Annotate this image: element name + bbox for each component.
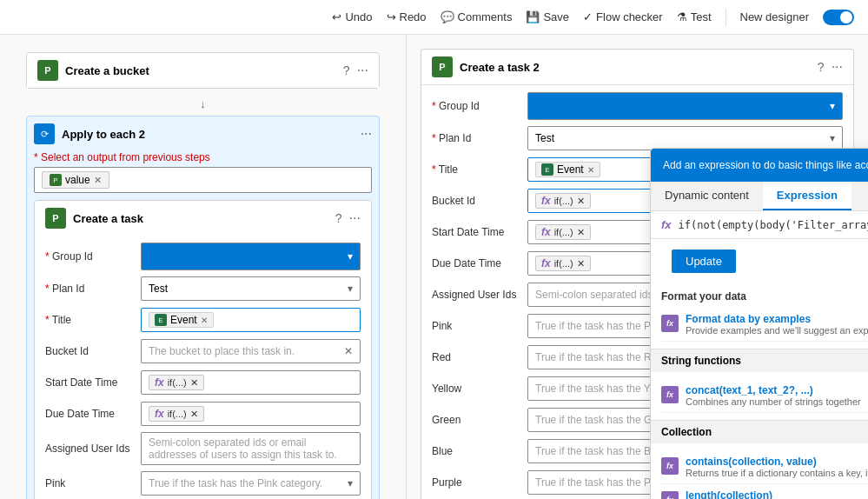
assigned-row: Assigned User Ids Semi-colon separated i… bbox=[45, 432, 361, 465]
tab-dynamic-content[interactable]: Dynamic content bbox=[651, 182, 763, 210]
concat-item: fx concat(text_1, text_2?, ...) Combines… bbox=[661, 379, 868, 413]
connector-arrow: ↓ bbox=[26, 92, 380, 116]
bucket-menu-icon[interactable]: ··· bbox=[357, 63, 368, 78]
pink-label: Pink bbox=[45, 477, 141, 489]
r-group-id-row: Group Id ▾ bbox=[432, 92, 843, 120]
format-title: Format your data bbox=[661, 290, 868, 303]
task-help-icon[interactable]: ? bbox=[335, 211, 342, 225]
r-red-label: Red bbox=[432, 351, 527, 363]
concat-name[interactable]: concat(text_1, text_2?, ...) bbox=[686, 384, 868, 396]
remove-start-date[interactable]: ✕ bbox=[190, 377, 198, 389]
group-id-label: Group Id bbox=[45, 250, 141, 263]
string-section-header: String functions See more bbox=[651, 349, 868, 372]
r-remove-due-date[interactable]: ✕ bbox=[577, 258, 585, 269]
concat-desc: Combines any number of strings together bbox=[686, 396, 868, 407]
remove-value-tag[interactable]: ✕ bbox=[94, 175, 102, 186]
bucket-help-icon[interactable]: ? bbox=[343, 63, 350, 77]
r-plan-id-arrow: ▾ bbox=[830, 132, 835, 144]
undo-button[interactable]: ↩ Undo bbox=[332, 10, 372, 23]
format-examples-name[interactable]: Format data by examples bbox=[686, 313, 868, 325]
start-date-fx-tag: fx if(...) ✕ bbox=[149, 375, 204, 390]
task2-planner-icon: P bbox=[432, 57, 453, 77]
r-assigned-label: Assigned User Ids bbox=[432, 289, 527, 301]
update-button[interactable]: Update bbox=[672, 250, 736, 273]
r-title-tag: E Event ✕ bbox=[535, 162, 600, 177]
pink-row: Pink True if the task has the Pink categ… bbox=[45, 470, 361, 496]
title-field[interactable]: E Event ✕ bbox=[141, 308, 361, 332]
apply-to-each-container: ⟳ Apply to each 2 ··· * Select an output… bbox=[26, 116, 380, 499]
task-body: Group Id ▾ Plan Id Test ▾ bbox=[35, 236, 371, 499]
assigned-field[interactable]: Semi-colon separated ids or email addres… bbox=[141, 432, 361, 465]
format-examples-item: fx Format data by examples Provide examp… bbox=[661, 308, 868, 342]
r-blue-label: Blue bbox=[432, 445, 527, 457]
title-row: Title E Event ✕ bbox=[45, 307, 361, 333]
test-button[interactable]: ⚗ Test bbox=[677, 10, 712, 23]
due-date-field[interactable]: fx if(...) ✕ bbox=[141, 402, 361, 426]
remove-title-tag[interactable]: ✕ bbox=[201, 316, 208, 325]
contains-desc: Returns true if a dictionary contains a … bbox=[686, 468, 868, 478]
string-functions-section: fx concat(text_1, text_2?, ...) Combines… bbox=[651, 372, 868, 420]
r-remove-start-date[interactable]: ✕ bbox=[577, 227, 585, 238]
planner-icon: P bbox=[37, 60, 58, 81]
r-plan-id-label: Plan Id bbox=[432, 132, 527, 144]
flow-checker-button[interactable]: ✓ Flow checker bbox=[583, 10, 663, 23]
r-remove-title-tag[interactable]: ✕ bbox=[587, 165, 594, 175]
apply-header: ⟳ Apply to each 2 ··· bbox=[34, 123, 372, 144]
plan-id-row: Plan Id Test ▾ bbox=[45, 276, 361, 302]
bucket-id-row: Bucket Id The bucket to place this task … bbox=[45, 338, 361, 364]
r-start-date-label: Start Date Time bbox=[432, 226, 527, 238]
task2-menu-icon[interactable]: ··· bbox=[832, 59, 843, 75]
plan-id-dropdown[interactable]: Test ▾ bbox=[141, 276, 361, 301]
contains-name[interactable]: contains(collection, value) bbox=[686, 456, 868, 468]
bucket-id-field[interactable]: The bucket to place this task in. ✕ bbox=[141, 339, 361, 363]
bucket-clear-icon[interactable]: ✕ bbox=[344, 345, 353, 357]
task2-help-icon[interactable]: ? bbox=[818, 60, 825, 74]
r-plan-id-dropdown[interactable]: Test ▾ bbox=[527, 126, 843, 150]
collection-section-header: Collection See more bbox=[651, 420, 868, 443]
start-date-field[interactable]: fx if(...) ✕ bbox=[141, 370, 361, 395]
create-task2-header: P Create a task 2 ? ··· bbox=[421, 50, 853, 85]
r-start-date-fx-tag: fx if(...) ✕ bbox=[535, 224, 591, 240]
r-green-label: Green bbox=[432, 414, 527, 426]
canvas: P Create a bucket ? ··· ↓ ⟳ Apply to eac… bbox=[0, 35, 868, 499]
task-planner-icon: P bbox=[45, 208, 66, 229]
expression-input[interactable] bbox=[679, 219, 868, 231]
task-menu-icon[interactable]: ··· bbox=[349, 210, 361, 226]
pink-dropdown[interactable]: True if the task has the Pink category. … bbox=[141, 471, 361, 496]
r-group-id-arrow: ▾ bbox=[830, 100, 835, 112]
tooltip-box: Add an expression to do basic things lik… bbox=[651, 149, 868, 182]
r-group-id-dropdown[interactable]: ▾ bbox=[527, 92, 843, 120]
comments-icon: 💬 bbox=[441, 10, 454, 23]
save-button[interactable]: 💾 Save bbox=[526, 10, 569, 23]
down-arrow-icon: ↓ bbox=[200, 97, 206, 110]
save-icon: 💾 bbox=[526, 10, 540, 23]
expression-tabs: Dynamic content Expression bbox=[651, 182, 868, 211]
due-date-fx-tag: fx if(...) ✕ bbox=[149, 406, 204, 422]
remove-due-date[interactable]: ✕ bbox=[190, 409, 198, 420]
r-remove-bucket[interactable]: ✕ bbox=[577, 196, 585, 207]
new-designer-label: New designer bbox=[740, 10, 810, 23]
apply-menu-icon[interactable]: ··· bbox=[361, 126, 372, 142]
value-tag: P value ✕ bbox=[42, 171, 109, 189]
comments-button[interactable]: 💬 Comments bbox=[441, 10, 513, 23]
tab-expression[interactable]: Expression bbox=[763, 182, 851, 210]
format-examples-desc: Provide examples and we'll suggest an ex… bbox=[686, 325, 868, 336]
redo-button[interactable]: ↪ Redo bbox=[387, 10, 427, 23]
tag-excel-icon: E bbox=[155, 314, 167, 326]
r-due-date-fx-tag: fx if(...) ✕ bbox=[535, 256, 591, 271]
string-section-title: String functions bbox=[661, 355, 741, 367]
group-id-dropdown[interactable]: ▾ bbox=[141, 243, 361, 270]
create-task-header: P Create a task ? ··· bbox=[35, 201, 371, 236]
group-id-row: Group Id ▾ bbox=[45, 243, 361, 270]
r-pink-label: Pink bbox=[432, 320, 527, 332]
r-due-date-label: Due Date Time bbox=[432, 257, 527, 269]
start-date-row: Start Date Time fx if(...) ✕ bbox=[45, 369, 361, 396]
new-designer-toggle[interactable] bbox=[823, 10, 854, 25]
select-output-label: * Select an output from previous steps bbox=[34, 151, 372, 163]
plan-id-label: Plan Id bbox=[45, 283, 141, 295]
r-purple-label: Purple bbox=[432, 476, 527, 489]
concat-icon: fx bbox=[661, 386, 679, 403]
redo-icon: ↪ bbox=[387, 10, 396, 23]
plan-id-arrow: ▾ bbox=[348, 283, 353, 295]
length-name[interactable]: length(collection) bbox=[686, 489, 868, 499]
